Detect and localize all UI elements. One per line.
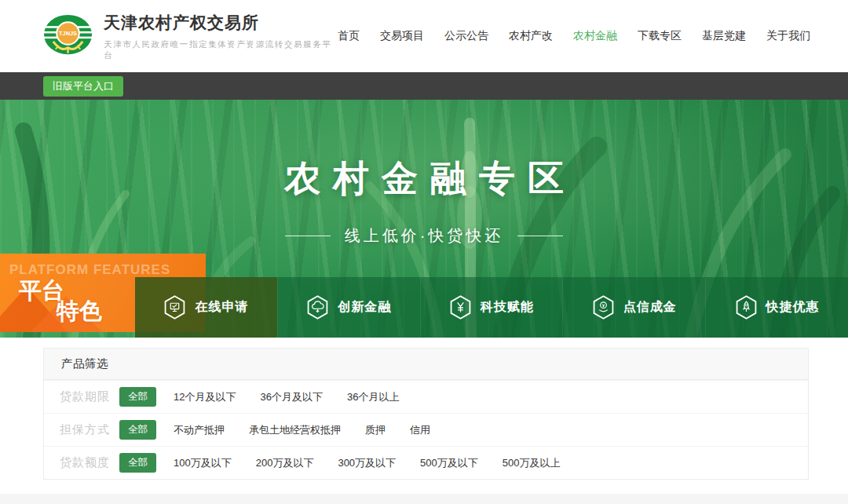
hero-text-block: 农村金融专区 线上低价·快贷快还 — [0, 155, 848, 247]
hand-coin-icon — [592, 295, 615, 320]
feature-tabbar: 在线申请 创新金融 科技赋能 点信成金 — [135, 277, 848, 338]
filter-label: 担保方式 — [60, 422, 119, 437]
logo-text: TJNJS — [59, 31, 77, 38]
main-content: 产品筛选 贷款期限 全部 12个月及以下 36个月及以下 36个月以上 担保方式… — [0, 338, 848, 491]
features-eyebrow: PLATFORM FEATURES — [9, 262, 206, 278]
subtitle-left-rule — [285, 236, 331, 236]
filter-label: 贷款期限 — [60, 389, 119, 404]
monitor-check-icon — [163, 295, 186, 320]
tab-quick-discount[interactable]: 快捷优惠 — [705, 277, 848, 338]
tab-label: 快捷优惠 — [766, 299, 820, 316]
nav-item-projects[interactable]: 交易项目 — [380, 29, 424, 43]
tab-label: 科技赋能 — [481, 299, 534, 316]
tab-online-apply[interactable]: 在线申请 — [135, 277, 277, 338]
main-nav: 首页 交易项目 公示公告 农村产改 农村金融 下载专区 基层党建 关于我们 — [338, 29, 810, 43]
filter-card-title: 产品筛选 — [61, 356, 108, 371]
filter-option[interactable]: 500万及以上 — [503, 456, 561, 470]
logo-emblem-icon: TJNJS — [43, 13, 93, 59]
tab-tech-empowerment[interactable]: 科技赋能 — [420, 277, 563, 338]
product-filter-card: 产品筛选 贷款期限 全部 12个月及以下 36个月及以下 36个月以上 担保方式… — [43, 348, 809, 480]
hero-banner: 农村金融专区 线上低价·快贷快还 PLATFORM FEATURES 平台 特色… — [0, 100, 848, 338]
filter-label: 贷款额度 — [60, 455, 119, 470]
filter-option[interactable]: 不动产抵押 — [174, 423, 225, 437]
footer-strip — [0, 494, 848, 504]
filter-option[interactable]: 36个月及以下 — [260, 390, 322, 404]
hero-title: 农村金融专区 — [0, 155, 848, 203]
secondary-toolbar: 旧版平台入口 — [0, 72, 848, 100]
tab-label: 创新金融 — [338, 299, 391, 316]
hero-subtitle: 线上低价·快贷快还 — [345, 225, 504, 247]
tab-label: 点信成金 — [623, 299, 677, 316]
filter-all-button[interactable]: 全部 — [119, 453, 156, 473]
yuan-icon — [449, 295, 472, 320]
filter-option[interactable]: 300万及以下 — [338, 456, 396, 470]
filter-all-button[interactable]: 全部 — [119, 387, 156, 407]
filter-option[interactable]: 100万及以下 — [174, 456, 232, 470]
rocket-icon — [735, 295, 758, 320]
filter-option[interactable]: 36个月以上 — [347, 390, 399, 404]
filter-option[interactable]: 质押 — [365, 423, 386, 437]
cloud-icon — [306, 295, 329, 320]
nav-item-announcements[interactable]: 公示公告 — [444, 29, 488, 43]
nav-item-rural-finance[interactable]: 农村金融 — [573, 29, 617, 43]
nav-item-downloads[interactable]: 下载专区 — [638, 29, 682, 43]
filter-row-loan-amount: 贷款额度 全部 100万及以下 200万及以下 300万及以下 500万及以下 … — [44, 446, 808, 479]
tab-label: 在线申请 — [195, 299, 248, 316]
filter-row-loan-term: 贷款期限 全部 12个月及以下 36个月及以下 36个月以上 — [44, 380, 808, 413]
filter-option[interactable]: 200万及以下 — [256, 456, 314, 470]
site-logo[interactable]: TJNJS 天津农村产权交易所 天津市人民政府唯一指定集体资产资源流转交易服务平… — [43, 12, 338, 61]
filter-row-guarantee-method: 担保方式 全部 不动产抵押 承包土地经营权抵押 质押 信用 — [44, 413, 808, 446]
filter-option[interactable]: 承包土地经营权抵押 — [249, 423, 341, 437]
filter-option[interactable]: 500万及以下 — [420, 456, 478, 470]
tab-innovative-finance[interactable]: 创新金融 — [277, 277, 420, 338]
old-platform-entry-button[interactable]: 旧版平台入口 — [43, 76, 123, 97]
filter-option[interactable]: 12个月及以下 — [174, 390, 236, 404]
nav-item-home[interactable]: 首页 — [338, 29, 360, 43]
filter-all-button[interactable]: 全部 — [119, 420, 156, 440]
nav-item-about-us[interactable]: 关于我们 — [766, 29, 810, 43]
tab-credit-to-gold[interactable]: 点信成金 — [562, 277, 705, 338]
site-header: TJNJS 天津农村产权交易所 天津市人民政府唯一指定集体资产资源流转交易服务平… — [0, 0, 848, 72]
filter-option[interactable]: 信用 — [410, 423, 430, 437]
nav-item-rural-reform[interactable]: 农村产改 — [509, 29, 553, 43]
subtitle-right-rule — [517, 236, 563, 236]
nav-item-party-building[interactable]: 基层党建 — [702, 29, 746, 43]
site-subtitle: 天津市人民政府唯一指定集体资产资源流转交易服务平台 — [104, 39, 338, 61]
site-title: 天津农村产权交易所 — [104, 12, 338, 34]
filter-card-header: 产品筛选 — [44, 349, 808, 380]
